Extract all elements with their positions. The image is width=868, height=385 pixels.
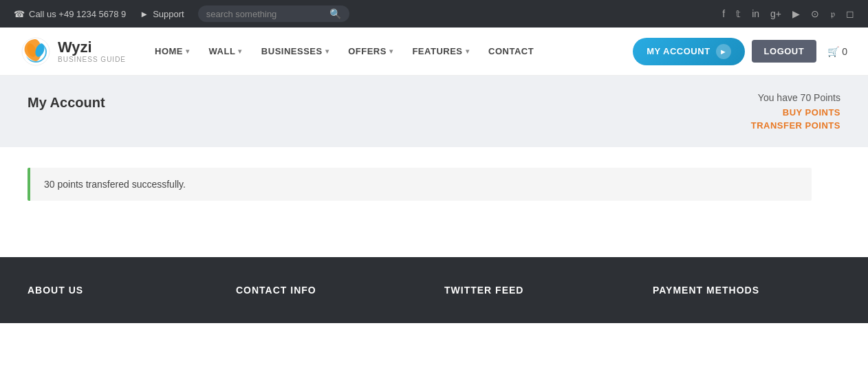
nav-item-businesses[interactable]: BUSINESSES ▾ [253,41,337,62]
support-link[interactable]: ► Support [140,9,184,19]
page-title: My Account [28,89,105,111]
top-bar-left: ☎ Call us +49 1234 5678 9 ► Support 🔍 [14,6,349,22]
flickr-icon[interactable]: ⊙ [811,8,819,19]
footer-payment-methods: PAYMENT METHODS [653,285,840,296]
contact-info-title: CONTACT INFO [236,285,424,296]
nav-item-home[interactable]: HOME ▾ [147,41,198,62]
home-chevron-icon: ▾ [186,47,190,55]
search-button[interactable]: 🔍 [329,8,341,19]
facebook-icon[interactable]: f [722,8,725,19]
logout-button[interactable]: LOGOUT [752,40,817,63]
about-us-title: ABOUT US [28,285,215,296]
phone-number: Call us +49 1234 5678 9 [29,9,126,19]
logo-tagline: BUSINESS GUIDE [58,56,126,63]
nav-item-wall[interactable]: WALL ▾ [201,41,250,62]
nav-item-offers[interactable]: OFFERS ▾ [340,41,401,62]
cart-count: 0 [842,46,847,57]
wall-chevron-icon: ▾ [238,47,242,55]
my-account-arrow-icon: ► [716,44,731,59]
page-header: My Account You have 70 Points BUY POINTS… [0,76,868,147]
footer-grid: ABOUT US CONTACT INFO TWITTER FEED PAYME… [28,285,840,296]
my-account-label: MY ACCOUNT [647,46,710,56]
main-nav: Wyzi BUSINESS GUIDE HOME ▾ WALL ▾ BUSINE… [0,28,868,76]
social-icons-bar: f 𝕥 in g+ ▶ ⊙ 𝔭 ◻ [722,8,854,20]
logo[interactable]: Wyzi BUSINESS GUIDE [21,36,126,67]
payment-methods-title: PAYMENT METHODS [653,285,840,296]
search-form[interactable]: 🔍 [198,6,349,22]
logo-text: Wyzi BUSINESS GUIDE [58,39,126,63]
businesses-chevron-icon: ▾ [325,47,329,55]
logo-svg [21,36,51,67]
instagram-icon[interactable]: ◻ [846,8,854,19]
my-account-button[interactable]: MY ACCOUNT ► [633,38,744,65]
footer-twitter-feed: TWITTER FEED [444,285,632,296]
footer: ABOUT US CONTACT INFO TWITTER FEED PAYME… [0,257,868,323]
nav-wall-label: WALL [209,46,236,56]
top-bar: ☎ Call us +49 1234 5678 9 ► Support 🔍 f … [0,0,868,28]
support-label: Support [153,9,184,19]
nav-home-label: HOME [155,46,183,56]
success-text: 30 points transfered successfully. [44,179,186,190]
pinterest-icon[interactable]: 𝔭 [830,8,835,20]
search-input[interactable] [206,9,329,19]
cart-area[interactable]: 🛒 0 [827,46,847,57]
arrow-icon: ► [140,9,149,19]
points-area: You have 70 Points BUY POINTS TRANSFER P… [751,89,840,133]
nav-actions: MY ACCOUNT ► LOGOUT 🛒 0 [633,38,847,65]
main-content: 30 points transfered successfully. [0,147,868,257]
footer-contact-info: CONTACT INFO [236,285,424,296]
nav-contact-label: CONTACT [488,46,534,56]
logout-label: LOGOUT [764,46,805,56]
nav-features-label: FEATURES [412,46,462,56]
nav-item-contact[interactable]: CONTACT [480,41,542,62]
nav-menu: HOME ▾ WALL ▾ BUSINESSES ▾ OFFERS ▾ FEAT… [147,41,633,62]
footer-about-us: ABOUT US [28,285,215,296]
logo-name: Wyzi [58,39,126,56]
nav-item-features[interactable]: FEATURES ▾ [404,41,477,62]
points-label: You have 70 Points [751,92,840,103]
transfer-points-link[interactable]: TRANSFER POINTS [751,120,840,131]
twitter-feed-title: TWITTER FEED [444,285,632,296]
phone-icon: ☎ [14,9,25,19]
phone-info: ☎ Call us +49 1234 5678 9 [14,9,126,19]
offers-chevron-icon: ▾ [389,47,393,55]
buy-points-link[interactable]: BUY POINTS [751,107,840,118]
cart-icon: 🛒 [827,46,839,57]
youtube-icon[interactable]: ▶ [792,8,800,19]
googleplus-icon[interactable]: g+ [770,8,781,19]
linkedin-icon[interactable]: in [752,8,759,19]
success-message: 30 points transfered successfully. [28,168,812,201]
nav-offers-label: OFFERS [348,46,387,56]
nav-businesses-label: BUSINESSES [261,46,323,56]
features-chevron-icon: ▾ [466,47,470,55]
twitter-icon[interactable]: 𝕥 [736,8,741,19]
